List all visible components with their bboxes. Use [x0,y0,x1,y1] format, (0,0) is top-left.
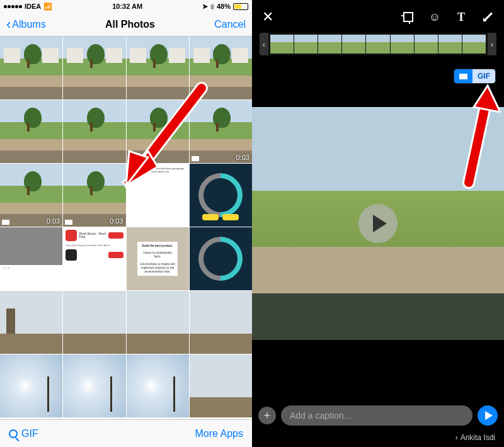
battery-icon [233,3,248,10]
nav-bar: ‹ Albums All Photos Cancel [0,13,252,37]
signal-icon [4,5,22,8]
photo-thumb[interactable] [190,291,252,354]
video-thumb[interactable]: 0:03 [190,100,252,163]
back-button[interactable]: ‹ Albums [6,19,46,30]
play-icon [373,215,387,232]
caption-input[interactable]: Add a caption... [281,405,472,426]
photo-picker-panel: IDEA 📶 10:32 AM ➤ ฿ 48% ‹ Albums All Pho… [0,0,252,447]
crop-button[interactable] [402,11,415,23]
status-bar: IDEA 📶 10:32 AM ➤ ฿ 48% [0,0,252,13]
gif-label: GIF [21,428,38,439]
video-editor-panel: ✕ ☺ T ‹ › GIF + Add a caption... [252,0,504,447]
photo-thumb[interactable] [63,291,125,354]
gif-search-button[interactable]: GIF [9,428,38,439]
photo-thumb[interactable] [127,100,189,163]
add-media-button[interactable]: + [258,407,276,424]
video-trim-strip[interactable]: ‹ › [260,33,496,55]
photo-thumb[interactable] [63,37,125,99]
video-preview[interactable] [252,107,504,340]
photo-thumb[interactable] [190,37,252,99]
send-button[interactable] [478,405,498,426]
video-icon [65,220,72,225]
bluetooth-icon: ฿ [210,3,214,10]
draw-button[interactable] [481,11,494,23]
play-button[interactable] [358,204,398,243]
bottom-toolbar: GIF More Apps [0,419,252,447]
toggle-gif[interactable]: GIF [472,69,495,83]
photo-thumb[interactable] [0,291,62,354]
emoji-button[interactable]: ☺ [428,11,441,23]
screenshot-thumb[interactable] [190,164,252,227]
crop-icon [403,12,413,22]
search-icon [9,429,18,438]
back-label: Albums [12,19,45,30]
location-icon: ➤ [202,3,208,11]
video-thumb[interactable]: 0:03 [63,164,125,227]
photo-thumb[interactable] [127,354,189,417]
photo-thumb[interactable] [0,354,62,417]
smiley-icon: ☺ [429,11,440,24]
screenshot-thumb[interactable] [190,227,252,290]
pencil-icon [483,13,493,22]
photo-thumb[interactable] [127,291,189,354]
toggle-video[interactable] [454,69,472,83]
screenshot-thumb[interactable]: Build the best product.Cause no unnecess… [127,227,189,290]
photo-thumb[interactable] [127,37,189,99]
screenshot-thumb[interactable]: Wynk Music - HindiFreeUnlimited Songs Do… [63,227,125,290]
status-time: 10:32 AM [112,3,142,10]
trim-handle-left[interactable]: ‹ [260,33,268,55]
video-gif-toggle[interactable]: GIF [454,69,495,83]
photo-thumb[interactable] [63,354,125,417]
trim-handle-right[interactable]: › [488,33,496,55]
cancel-button[interactable]: Cancel [214,19,246,30]
video-duration: 0:03 [47,217,60,225]
video-icon [2,220,9,225]
page-title: All Photos [105,19,155,30]
video-duration: 0:03 [236,154,249,161]
video-icon [192,156,199,161]
editor-toolbar: ✕ ☺ T [252,6,504,28]
screenshot-thumb[interactable]: Lorem ipsum dolor sit amet text block pa… [127,164,189,227]
photo-thumb[interactable] [0,37,62,99]
carrier-label: IDEA [25,3,41,10]
video-duration: 0:03 [110,217,123,225]
wifi-icon: 📶 [43,3,52,11]
video-icon [459,74,467,79]
chevron-right-icon: › [455,433,458,442]
caption-bar: + Add a caption... [252,403,504,428]
photo-thumb[interactable] [63,100,125,163]
photo-thumb[interactable] [190,354,252,417]
close-button[interactable]: ✕ [262,9,273,25]
more-apps-button[interactable]: More Apps [195,428,243,439]
photo-thumb[interactable] [0,100,62,163]
battery-label: 48% [217,3,231,10]
screenshot-thumb[interactable]: ♡ ○ ↗ [0,227,62,290]
text-button[interactable]: T [455,11,467,23]
send-icon [485,411,493,420]
photo-grid: 0:03 0:03 0:03 Lorem ipsum dolor sit ame… [0,37,252,417]
video-thumb[interactable]: 0:03 [0,164,62,227]
recipient-label: › Ankita Isdi [455,433,495,442]
